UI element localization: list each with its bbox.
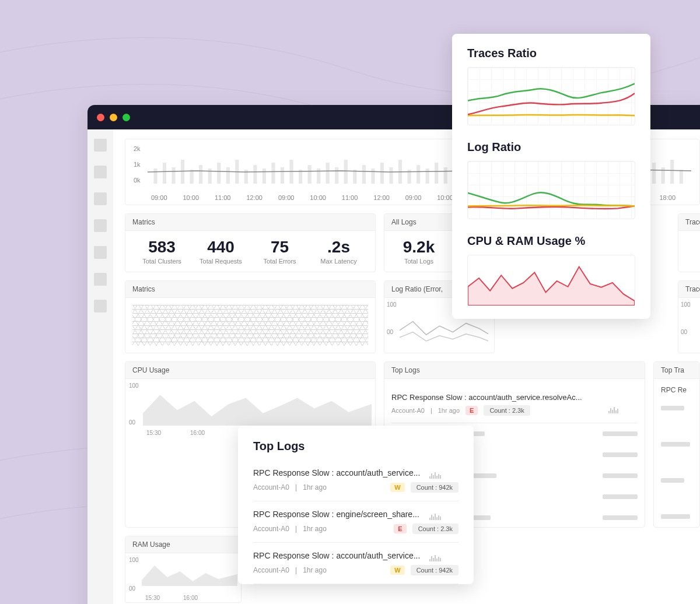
svg-rect-24	[371, 168, 374, 184]
svg-rect-7	[217, 163, 220, 184]
svg-rect-20	[335, 167, 338, 184]
cpu-ram-section: CPU & RAM Usage %	[467, 234, 635, 306]
log-item[interactable]: RPC Response Slow : account/auth_service…	[253, 460, 459, 501]
floating-top-logs-card: Top Logs RPC Response Slow : account/aut…	[238, 426, 474, 584]
svg-rect-32	[443, 167, 447, 184]
count-badge: Count : 942k	[411, 482, 459, 493]
cpu-ram-chart[interactable]	[467, 255, 635, 306]
svg-rect-0	[153, 168, 157, 184]
count-badge: Count : 942k	[411, 565, 459, 575]
close-button[interactable]	[97, 114, 104, 121]
log-time: 1hr ago	[303, 525, 327, 533]
log-account: Account-A0	[253, 566, 289, 574]
svg-rect-25	[380, 163, 383, 184]
log-time: 1hr ago	[303, 483, 327, 491]
log-title: RPC Response Slow : account/auth_service…	[253, 468, 459, 477]
sparkline-icon	[429, 468, 459, 476]
sidebar-item[interactable]	[94, 219, 107, 232]
svg-rect-19	[326, 163, 329, 184]
top-traces-panel: Top Tra RPC Re	[653, 361, 700, 528]
stat-max-latency: .2sMax Latency	[309, 238, 368, 265]
svg-rect-8	[226, 167, 229, 184]
log-item[interactable]: RPC Response Slow : engine/screen_share.…	[253, 501, 459, 543]
log-title: RPC Response Slow : account/auth_service…	[253, 551, 459, 560]
log-account: Account-A0	[253, 525, 289, 533]
sparkline-icon	[429, 510, 459, 518]
panel-header: Matrics	[125, 214, 375, 231]
sidebar	[88, 129, 113, 604]
error-badge: E	[466, 406, 478, 415]
sidebar-item[interactable]	[94, 300, 107, 312]
traces-ratio-chart[interactable]	[467, 67, 635, 125]
metrics-panel: Matrics 583Total Clusters 440Total Reque…	[125, 213, 376, 272]
count-badge: Count : 2.3k	[412, 524, 459, 534]
svg-rect-13	[271, 163, 275, 184]
sidebar-item[interactable]	[94, 166, 107, 178]
stat-total-clusters: 583Total Clusters	[132, 238, 191, 265]
traces-ratio-section: Traces Ratio	[467, 47, 635, 125]
y-axis-labels: 2k 1k 0k	[134, 145, 141, 192]
log-time: 1hr ago	[303, 566, 327, 574]
svg-rect-3	[181, 160, 184, 184]
severity-badge: W	[390, 566, 404, 575]
svg-rect-29	[416, 165, 420, 184]
sparkline-icon	[608, 406, 638, 415]
log-item[interactable]: RPC Response Slow : account/auth_service…	[253, 543, 459, 584]
all-logs-panel: All Logs 9.2k Total Logs	[384, 213, 454, 272]
minimize-button[interactable]	[110, 114, 117, 121]
log-item[interactable]: RPC Response Slow : account/auth_service…	[391, 386, 638, 423]
ram-usage-panel-1: RAM Usage 100 00 15:3016:00	[125, 536, 242, 603]
svg-rect-22	[353, 170, 356, 184]
svg-rect-55	[652, 163, 656, 184]
svg-rect-11	[253, 165, 257, 184]
svg-rect-30	[425, 168, 429, 184]
svg-rect-14	[281, 167, 284, 184]
sidebar-item[interactable]	[94, 273, 107, 286]
svg-rect-12	[262, 168, 265, 184]
trace-ratio-mini: Trace Ra 10000	[678, 280, 700, 353]
svg-rect-56	[661, 167, 664, 184]
maximize-button[interactable]	[123, 114, 130, 121]
svg-rect-1	[163, 163, 166, 184]
sidebar-item[interactable]	[94, 192, 107, 205]
svg-rect-21	[344, 160, 347, 184]
sidebar-item[interactable]	[94, 139, 107, 152]
svg-rect-5	[199, 165, 202, 184]
hex-grid-panel: Matrics	[125, 280, 376, 353]
sparkline-icon	[429, 551, 459, 559]
svg-rect-58	[679, 170, 682, 184]
severity-badge: E	[394, 524, 406, 533]
log-account: Account-A0	[253, 483, 289, 491]
severity-badge: W	[390, 483, 404, 492]
floating-charts-card: Traces Ratio Log Ratio CPU & RAM Usage %	[452, 34, 650, 319]
log-ratio-section: Log Ratio	[467, 141, 635, 219]
svg-rect-4	[190, 170, 193, 184]
stat-total-errors: 75Total Errors	[250, 238, 309, 265]
svg-rect-31	[435, 163, 438, 184]
svg-rect-26	[389, 167, 393, 184]
stat-total-requests: 440Total Requests	[191, 238, 250, 265]
log-title: RPC Response Slow : engine/screen_share.…	[253, 510, 459, 519]
sidebar-item[interactable]	[94, 246, 107, 259]
svg-rect-2	[172, 167, 175, 184]
log-ratio-chart[interactable]	[467, 161, 635, 219]
traces-panel: Traces 2. Total	[678, 213, 700, 272]
svg-rect-17	[307, 165, 311, 184]
svg-rect-23	[362, 165, 365, 184]
svg-rect-57	[670, 160, 674, 184]
honeycomb-grid[interactable]	[132, 305, 368, 346]
